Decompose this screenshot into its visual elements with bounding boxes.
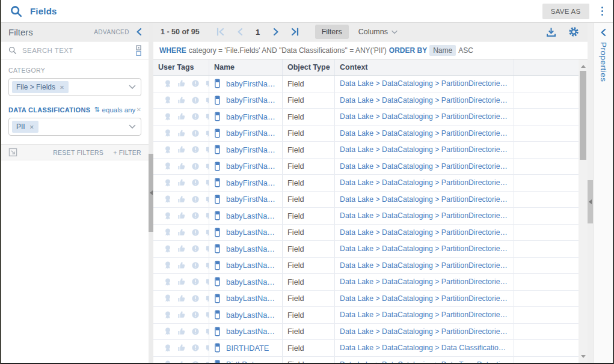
field-name-link[interactable]: babyFirstName [226,96,277,105]
field-name-link[interactable]: BirthDate [226,360,258,363]
award-icon[interactable] [164,278,172,287]
alert-icon[interactable] [191,244,200,253]
award-icon[interactable] [164,129,172,138]
context-breadcrumb-link[interactable]: Data Lake > DataCataloging > PartitionDi… [340,244,509,253]
field-name-link[interactable]: babyLastName [226,261,277,270]
download-icon[interactable] [546,27,556,37]
thumbs-up-icon[interactable] [177,278,186,286]
context-breadcrumb-link[interactable]: Data Lake > DataCataloging > PartitionDi… [340,162,509,171]
collapse-sidebar-icon[interactable] [135,28,143,36]
table-row[interactable]: babyLastName Field Data Lake > DataCatal… [153,274,579,291]
alert-icon[interactable] [191,360,200,363]
thumbs-up-icon[interactable] [177,96,186,105]
context-breadcrumb-link[interactable]: Data Lake > DataCataloging > PartitionDi… [340,327,509,336]
context-breadcrumb-link[interactable]: Data Lake > DataCataloging > PartitionDi… [340,261,509,270]
first-page-button[interactable] [213,25,229,38]
award-icon[interactable] [164,96,172,105]
comment-icon[interactable] [205,311,209,319]
alert-icon[interactable] [191,145,200,154]
context-breadcrumb-link[interactable]: Data Lake > DataCataloging > PartitionDi… [340,211,509,220]
field-name-link[interactable]: babyLastName [226,228,277,237]
field-name-link[interactable]: babyLastName [226,211,277,220]
table-scrollbar[interactable] [579,59,588,363]
field-name-link[interactable]: babyFirstName [226,162,277,171]
alert-icon[interactable] [191,261,200,270]
field-name-link[interactable]: babyLastName [226,311,277,320]
field-name-link[interactable]: BIRTHDATE [226,344,269,353]
alert-icon[interactable] [191,96,200,105]
context-breadcrumb-link[interactable]: Data Lake > DataCataloging > PartitionDi… [340,294,509,303]
context-breadcrumb-link[interactable]: Data Lake > DataCataloging > PartitionDi… [340,278,509,286]
reset-filters-button[interactable]: RESET FILTERS [53,149,103,156]
table-row[interactable]: babyFirstName Field Data Lake > DataCata… [153,126,579,142]
alert-icon[interactable] [191,327,200,336]
operator-label[interactable]: equals any [102,106,136,114]
table-row[interactable]: babyLastName Field Data Lake > DataCatal… [153,225,579,241]
sidebar-collapse-handle[interactable] [149,154,153,232]
alert-icon[interactable] [191,211,200,220]
comment-icon[interactable] [205,360,209,363]
table-row[interactable]: babyFirstName Field Data Lake > DataCata… [153,93,579,109]
hierarchy-toggle-icon[interactable] [135,45,143,56]
table-row[interactable]: babyLastName Field Data Lake > DataCatal… [153,291,579,308]
column-header-user-tags[interactable]: User Tags [153,59,209,75]
alert-icon[interactable] [191,344,200,352]
operator-swap-icon[interactable] [94,106,99,114]
award-icon[interactable] [164,145,172,154]
comment-icon[interactable] [205,178,209,187]
comment-icon[interactable] [205,244,209,253]
award-icon[interactable] [164,294,172,303]
award-icon[interactable] [164,344,172,353]
context-breadcrumb-link[interactable]: Data Lake > DataCataloging > PartitionDi… [340,311,509,319]
field-name-link[interactable]: babyFirstName [226,145,277,154]
prev-page-button[interactable] [232,25,248,38]
save-as-button[interactable]: SAVE AS [542,4,589,19]
thumbs-up-icon[interactable] [177,211,186,220]
advanced-link[interactable]: ADVANCED [94,29,129,35]
field-name-link[interactable]: babyFirstName [226,129,277,138]
sidebar-splitter[interactable] [149,23,153,363]
alert-icon[interactable] [191,79,200,88]
comment-icon[interactable] [205,261,209,270]
properties-splitter[interactable] [588,23,593,363]
column-header-object-type[interactable]: Object Type [283,59,335,75]
field-name-link[interactable]: babyFirstName [226,195,277,204]
thumbs-up-icon[interactable] [177,145,186,154]
settings-gear-icon[interactable] [568,26,579,37]
field-name-link[interactable]: babyFirstName [226,178,277,187]
thumbs-up-icon[interactable] [177,311,186,319]
field-name-link[interactable]: babyFirstName [226,79,277,88]
table-row[interactable]: babyLastName Field Data Lake > DataCatal… [153,241,579,258]
award-icon[interactable] [164,244,172,253]
comment-icon[interactable] [205,195,209,204]
remove-filter-icon[interactable] [137,106,141,113]
award-icon[interactable] [164,228,172,237]
alert-icon[interactable] [191,178,200,187]
comment-icon[interactable] [205,112,209,121]
thumbs-up-icon[interactable] [177,162,186,171]
context-breadcrumb-link[interactable]: Data Lake > DataCataloging > PartitionDi… [340,195,509,204]
last-page-button[interactable] [287,25,303,38]
context-breadcrumb-link[interactable]: Data Lake > DataCataloging > PartitionDi… [340,228,509,237]
comment-icon[interactable] [205,162,209,171]
comment-icon[interactable] [205,79,209,88]
award-icon[interactable] [164,162,172,171]
scrollbar-thumb[interactable] [580,71,586,160]
alert-icon[interactable] [191,162,200,171]
thumbs-up-icon[interactable] [177,261,186,270]
context-breadcrumb-link[interactable]: Data Lake > DataCataloging > PartitionDi… [340,79,509,88]
comment-icon[interactable] [205,228,209,237]
comment-icon[interactable] [205,96,209,105]
column-header-name[interactable]: Name [209,59,283,75]
thumbs-up-icon[interactable] [177,344,186,352]
context-breadcrumb-link[interactable]: Data Lake > DataCataloging > PartitionDi… [340,96,509,105]
properties-collapse-handle[interactable] [588,180,593,223]
table-row[interactable]: babyFirstName Field Data Lake > DataCata… [153,175,579,192]
award-icon[interactable] [164,327,172,336]
alert-icon[interactable] [191,129,200,138]
data-classifications-select[interactable]: PII [8,118,141,136]
award-icon[interactable] [164,79,172,88]
alert-icon[interactable] [191,112,200,121]
thumbs-up-icon[interactable] [177,327,186,336]
columns-dropdown-button[interactable]: Columns [358,28,398,36]
